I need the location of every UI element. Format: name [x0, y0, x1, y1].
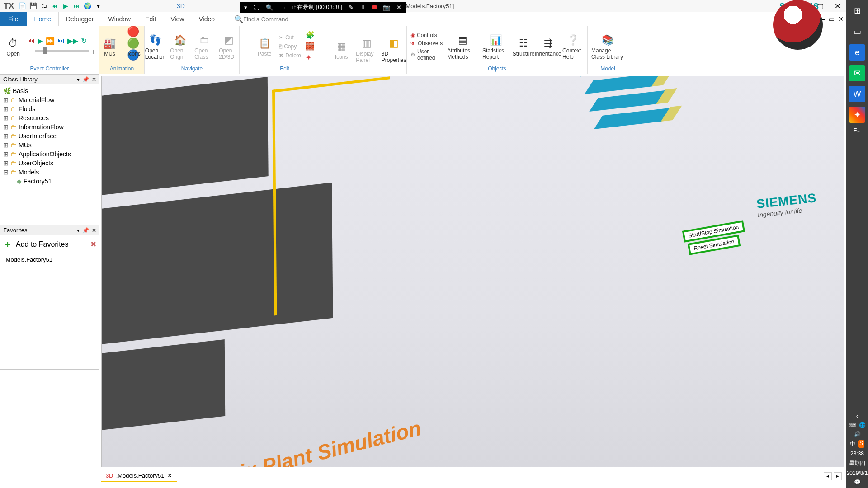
ime-indicator[interactable]: 中: [850, 440, 855, 448]
tree-node-userinterface[interactable]: ⊞🗀UserInterface: [1, 131, 98, 141]
inheritance-button[interactable]: ⇶Inheritance: [538, 36, 558, 57]
chevron-left-icon[interactable]: ‹: [856, 413, 858, 419]
panel-pin-icon[interactable]: 📌: [82, 76, 89, 83]
3d-properties-button[interactable]: ◧3D Properties: [383, 36, 405, 63]
rec-pause-icon[interactable]: ⏸: [360, 4, 366, 11]
tab-window[interactable]: Window: [101, 12, 138, 26]
screen-recorder-bar[interactable]: ▾ ⛶ 🔍 ▭ 正在录制 [00:03:38] ✎ ⏸ 📷 ✕: [240, 2, 406, 13]
rec-close-icon[interactable]: ✕: [396, 4, 401, 11]
volume-icon[interactable]: 🔊: [854, 431, 861, 437]
run-icon[interactable]: ▶: [38, 37, 43, 45]
panel-dropdown-icon[interactable]: ▾: [77, 76, 80, 83]
open-button[interactable]: ⏱Open: [3, 36, 23, 57]
qat-dropdown-icon[interactable]: ▾: [94, 1, 103, 10]
panel-dropdown-icon[interactable]: ▾: [77, 227, 80, 234]
file-menu[interactable]: File: [0, 12, 27, 26]
app-icon[interactable]: ✦: [849, 107, 865, 123]
panel-close-icon[interactable]: ✕: [92, 76, 96, 83]
close-button[interactable]: ✕: [831, 2, 844, 10]
tab-scroll-right-icon[interactable]: ▸: [834, 472, 842, 480]
sidebar-app-icon[interactable]: ▭: [849, 23, 865, 40]
rewind-icon[interactable]: ⏮: [28, 37, 35, 45]
open-origin-button[interactable]: 🏠Open Origin: [170, 33, 190, 60]
rec-region-icon[interactable]: ▭: [279, 4, 285, 11]
structure-button[interactable]: ☷Structure: [514, 36, 533, 57]
edit-tool-icon[interactable]: 🧩: [306, 31, 315, 39]
manage-class-library-button[interactable]: 📚Manage Class Library: [591, 33, 624, 60]
ffwd-icon[interactable]: ▶▶: [67, 37, 78, 45]
refresh-icon[interactable]: 🌍: [83, 1, 92, 10]
command-search-input[interactable]: [243, 16, 318, 23]
add-to-favorites-button[interactable]: ＋ Add to Favorites ✖: [0, 235, 99, 253]
tree-node-fluids[interactable]: ⊞🗀Fluids: [1, 104, 98, 113]
tree-node-factory51[interactable]: ◆Factory51: [1, 177, 98, 186]
tree-node-userobjects[interactable]: ⊞🗀UserObjects: [1, 159, 98, 168]
open-location-button[interactable]: 👣Open Location: [145, 33, 165, 60]
user-defined-button[interactable]: ⚙User-defined: [410, 48, 443, 61]
save-all-icon[interactable]: 🗂: [39, 1, 48, 10]
rec-record-icon[interactable]: [372, 5, 377, 9]
zoom-out-icon[interactable]: −: [28, 48, 32, 56]
tree-node-informationflow[interactable]: ⊞🗀InformationFlow: [1, 122, 98, 131]
tab-close-icon[interactable]: ✕: [167, 472, 172, 479]
mdi-restore-button[interactable]: ▭: [829, 15, 835, 23]
class-tree[interactable]: 🌿Basis ⊞🗀MaterialFlow ⊞🗀Fluids ⊞🗀Resourc…: [0, 84, 99, 188]
sidebar-app-label[interactable]: F...: [854, 127, 861, 134]
mdi-close-button[interactable]: ✕: [838, 15, 844, 23]
panel-pin-icon[interactable]: 📌: [82, 227, 89, 234]
paste-button[interactable]: 📋Paste: [255, 36, 274, 57]
open-class-button[interactable]: 🗀Open Class: [194, 33, 214, 60]
command-search[interactable]: 🔍: [231, 14, 321, 24]
tab-edit[interactable]: Edit: [138, 12, 163, 26]
step-icon[interactable]: ⏩: [46, 37, 55, 45]
controls-button[interactable]: ◉Controls: [410, 32, 443, 38]
keyboard-icon[interactable]: ⌨: [849, 422, 856, 428]
word-icon[interactable]: W: [849, 86, 865, 102]
tab-scroll-left-icon[interactable]: ◂: [824, 472, 832, 480]
rec-snapshot-icon[interactable]: 📷: [383, 4, 390, 11]
sogou-icon[interactable]: S: [858, 440, 864, 448]
tree-root[interactable]: 🌿Basis: [1, 86, 98, 95]
tree-node-applicationobjects[interactable]: ⊞🗀ApplicationObjects: [1, 150, 98, 159]
favorite-item[interactable]: .Models.Factory51: [0, 253, 99, 266]
edit-tool3-icon[interactable]: ✦: [306, 53, 315, 62]
skip-back-icon[interactable]: ⏮: [50, 1, 59, 10]
tab-debugger[interactable]: Debugger: [59, 12, 101, 26]
rec-zoom-icon[interactable]: 🔍: [266, 4, 273, 11]
remove-favorite-icon[interactable]: ✖: [90, 240, 96, 249]
doc-tab-factory51[interactable]: 3D .Models.Factory51 ✕: [101, 470, 177, 482]
step-end-icon[interactable]: ⏭: [57, 37, 65, 45]
wechat-icon[interactable]: ✉: [849, 65, 865, 81]
zoom-in-icon[interactable]: +: [92, 48, 96, 56]
delete-button[interactable]: ✖Delete: [279, 52, 301, 59]
3d-viewport[interactable]: Start/Stop Simulation Reset Simulation S…: [101, 76, 844, 467]
open-2d3d-button[interactable]: ◩Open 2D/3D: [219, 33, 239, 60]
user-avatar[interactable]: [773, 0, 823, 50]
tree-node-materialflow[interactable]: ⊞🗀MaterialFlow: [1, 95, 98, 104]
display-panel-button[interactable]: ▥Display Panel: [356, 36, 378, 63]
rec-fullscreen-icon[interactable]: ⛶: [254, 4, 259, 11]
play-icon[interactable]: ▶: [61, 1, 70, 10]
panel-close-icon[interactable]: ✕: [92, 227, 96, 234]
mus-button[interactable]: 🏭MUs: [100, 36, 120, 57]
loop-icon[interactable]: ↻: [81, 37, 87, 45]
network-icon[interactable]: 🌐: [859, 422, 866, 428]
win-start-icon[interactable]: ⊞: [849, 3, 865, 19]
tree-node-mus[interactable]: ⊞🗀MUs: [1, 141, 98, 150]
edit-tool2-icon[interactable]: 🧱: [306, 42, 315, 51]
speed-slider[interactable]: [35, 50, 89, 52]
new-icon[interactable]: 📄: [18, 1, 27, 10]
tab-home[interactable]: Home: [27, 12, 59, 26]
tab-video[interactable]: Video: [191, 12, 222, 26]
edge-icon[interactable]: e: [849, 44, 865, 61]
rec-draw-icon[interactable]: ✎: [349, 4, 354, 11]
statistics-report-button[interactable]: 📊Statistics Report: [482, 33, 509, 60]
tree-node-models[interactable]: ⊟🗀Models: [1, 168, 98, 177]
tree-node-resources[interactable]: ⊞🗀Resources: [1, 113, 98, 122]
notifications-icon[interactable]: 💬: [854, 479, 861, 485]
context-help-button[interactable]: ❔Context Help: [562, 33, 584, 60]
icons-button[interactable]: 🔴🟢🔵Icons: [124, 36, 144, 57]
tab-view[interactable]: View: [163, 12, 191, 26]
attributes-methods-button[interactable]: ▤Attributes Methods: [447, 33, 478, 60]
cut-button[interactable]: ✂Cut: [279, 34, 301, 41]
